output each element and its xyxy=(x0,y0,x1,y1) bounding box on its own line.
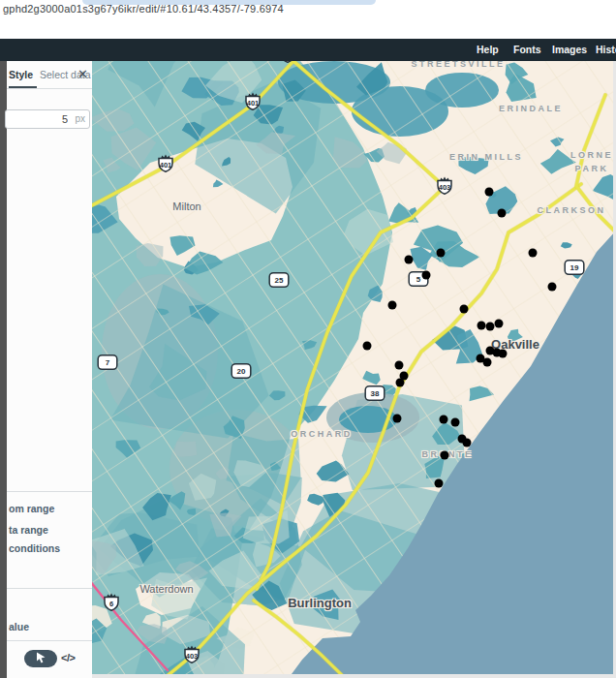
cursor-icon xyxy=(36,650,46,667)
svg-text:401: 401 xyxy=(247,99,260,108)
style-editor-panel: Style Select data ✕ px om range ta range… xyxy=(7,61,92,678)
data-point xyxy=(486,323,495,331)
data-point xyxy=(548,283,557,292)
data-point xyxy=(388,301,397,310)
data-point xyxy=(435,479,444,488)
data-point xyxy=(495,320,504,328)
divider xyxy=(7,588,92,589)
nav-item-images[interactable]: Images xyxy=(552,39,587,61)
nav-item-help[interactable]: Help xyxy=(477,39,499,61)
sidebar-item-conditions[interactable]: conditions xyxy=(9,542,60,554)
map-overlay: STREETSVILLEERINDALEERIN MILLSLORNE PARK… xyxy=(92,61,616,678)
highway-shield-19: 19 xyxy=(564,260,585,280)
data-point xyxy=(396,379,405,387)
highway-shield-blank xyxy=(275,61,300,68)
area-label: CLARKSON xyxy=(538,204,606,218)
sidebar-item-data-range[interactable]: ta range xyxy=(9,524,48,536)
divider xyxy=(7,491,92,492)
highway-shield-38: 38 xyxy=(364,385,385,406)
city-label: Burlington xyxy=(288,596,352,610)
select-mode-button[interactable] xyxy=(24,650,57,667)
data-point xyxy=(363,342,372,351)
svg-text:403: 403 xyxy=(186,652,199,661)
data-point xyxy=(422,271,431,280)
nav-item-fonts[interactable]: Fonts xyxy=(513,39,541,61)
highway-shield-401: 401 xyxy=(240,90,265,115)
highway-shield-6: 6 xyxy=(99,591,124,616)
size-unit-label: px xyxy=(75,113,85,124)
data-point xyxy=(405,256,414,264)
data-point xyxy=(437,249,446,258)
town-label: Waterdown xyxy=(139,583,193,595)
browser-url-bar[interactable]: gphd2g3000a01s3g67y6ikr/edit/#10.61/43.4… xyxy=(0,0,616,39)
nav-item-history[interactable]: History xyxy=(596,39,616,61)
svg-text:5: 5 xyxy=(416,275,421,284)
app-window: gphd2g3000a01s3g67y6ikr/edit/#10.61/43.4… xyxy=(0,0,616,678)
map-canvas[interactable]: STREETSVILLEERINDALEERIN MILLSLORNE PARK… xyxy=(92,61,616,678)
data-point xyxy=(463,439,472,447)
sidebar-item-zoom-range[interactable]: om range xyxy=(9,503,54,514)
size-input-wrap: px xyxy=(5,109,90,129)
tab-style[interactable]: Style xyxy=(9,69,33,80)
highway-shield-403: 403 xyxy=(179,643,204,668)
top-navbar: HelpFontsImagesHistory xyxy=(0,39,616,61)
data-point xyxy=(499,350,508,358)
svg-text:19: 19 xyxy=(570,263,579,272)
code-view-toggle[interactable]: </> xyxy=(61,652,75,663)
data-point xyxy=(441,451,449,460)
svg-text:403: 403 xyxy=(439,183,451,192)
svg-text:7: 7 xyxy=(106,358,110,367)
svg-text:20: 20 xyxy=(237,367,246,376)
svg-text:25: 25 xyxy=(275,276,284,285)
area-label: LORNE PARK xyxy=(570,149,613,175)
highway-shield-7: 7 xyxy=(97,354,118,375)
data-point xyxy=(440,416,448,424)
svg-text:6: 6 xyxy=(109,600,113,608)
data-point xyxy=(498,209,507,218)
close-icon[interactable]: ✕ xyxy=(77,67,88,81)
divider xyxy=(7,88,92,89)
divider xyxy=(7,640,92,641)
data-point xyxy=(460,305,469,314)
data-point xyxy=(483,358,492,367)
data-point xyxy=(529,249,538,258)
page-url: gphd2g3000a01s3g67y6ikr/edit/#10.61/43.4… xyxy=(3,3,284,15)
highway-shield-20: 20 xyxy=(231,363,252,384)
highway-shield-25: 25 xyxy=(268,272,290,293)
area-label: ERINDALE xyxy=(499,103,563,116)
data-point xyxy=(451,418,460,427)
horizontal-scrollbar[interactable] xyxy=(92,674,616,678)
data-point xyxy=(393,415,402,423)
svg-text:401: 401 xyxy=(160,161,172,170)
area-label: ORCHARD xyxy=(291,428,353,442)
window-edge xyxy=(0,61,7,678)
area-label: ERIN MILLS xyxy=(449,151,523,165)
svg-text:38: 38 xyxy=(371,389,380,398)
data-point xyxy=(477,322,486,330)
highway-shield-403: 403 xyxy=(432,174,457,200)
data-point xyxy=(395,361,404,370)
data-point xyxy=(485,188,494,197)
town-label: Milton xyxy=(172,200,200,212)
sidebar-item-value[interactable]: alue xyxy=(9,621,29,632)
area-label: STREETSVILLE xyxy=(411,61,505,72)
highway-shield-401: 401 xyxy=(153,152,178,177)
